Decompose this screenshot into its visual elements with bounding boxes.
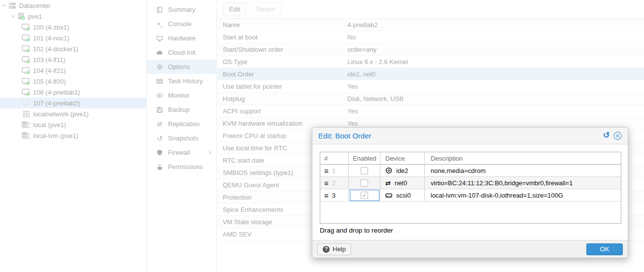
- boot-table-header: # Enabled Device Description: [320, 152, 621, 165]
- drag-handle-icon[interactable]: ≡: [324, 179, 329, 187]
- device-description: local-lvm:vm-107-disk-0,iothread=1,size=…: [425, 189, 621, 201]
- dialog-title: Edit: Boot Order: [318, 132, 372, 140]
- hard-disk-icon: [385, 192, 392, 199]
- device-name: net0: [395, 179, 407, 187]
- device-name: ide2: [396, 167, 408, 174]
- boot-order-number: 1: [332, 167, 336, 174]
- reset-icon[interactable]: ↺: [603, 131, 610, 139]
- help-button-label: Help: [333, 245, 346, 253]
- dialog-header: Edit: Boot Order ↺: [312, 128, 628, 144]
- column-header-enabled[interactable]: Enabled: [349, 152, 380, 164]
- device-description: virtio=BC:24:11:12:3C:B0,bridge=vmbr0,fi…: [425, 177, 621, 189]
- close-icon[interactable]: [613, 132, 622, 140]
- device-description: none,media=cdrom: [425, 165, 621, 176]
- drag-handle-icon[interactable]: ≡: [324, 192, 329, 199]
- boot-order-number: 3: [332, 192, 336, 199]
- column-header-description[interactable]: Description: [425, 152, 621, 164]
- column-header-order[interactable]: #: [320, 152, 349, 164]
- network-device-icon: ⇄: [385, 180, 391, 186]
- drag-drop-hint: Drag and drop to reorder: [320, 227, 393, 234]
- enabled-checkbox[interactable]: ✓: [361, 192, 368, 199]
- boot-order-table: # Enabled Device Description ≡ 1 ide2 no…: [320, 152, 621, 224]
- device-name: scsi0: [396, 192, 411, 199]
- dialog-footer: ? Help OK: [312, 240, 628, 258]
- enabled-checkbox[interactable]: [361, 179, 368, 187]
- boot-row-scsi0[interactable]: ≡ 3 ✓ scsi0 local-lvm:vm-107-disk-0,ioth…: [320, 189, 621, 202]
- edit-boot-order-dialog: Edit: Boot Order ↺ # Enabled Device Desc…: [312, 127, 628, 258]
- column-header-device[interactable]: Device: [380, 152, 425, 164]
- ok-button[interactable]: OK: [586, 243, 623, 255]
- boot-row-ide2[interactable]: ≡ 1 ide2 none,media=cdrom: [320, 165, 621, 177]
- boot-row-net0[interactable]: ≡ 2 ⇄ net0 virtio=BC:24:11:12:3C:B0,brid…: [320, 177, 621, 189]
- help-button[interactable]: ? Help: [317, 243, 351, 255]
- drag-handle-icon[interactable]: ≡: [324, 167, 329, 174]
- enabled-checkbox[interactable]: [361, 167, 368, 174]
- cdrom-icon: [385, 167, 392, 174]
- question-icon: ?: [323, 246, 330, 253]
- boot-order-number: 2: [332, 179, 336, 187]
- proxmox-app: Datacenter pve1 100 (4-zbx1) 101 (4-noc1…: [0, 0, 644, 272]
- focused-checkbox-cell: ✓: [350, 190, 379, 201]
